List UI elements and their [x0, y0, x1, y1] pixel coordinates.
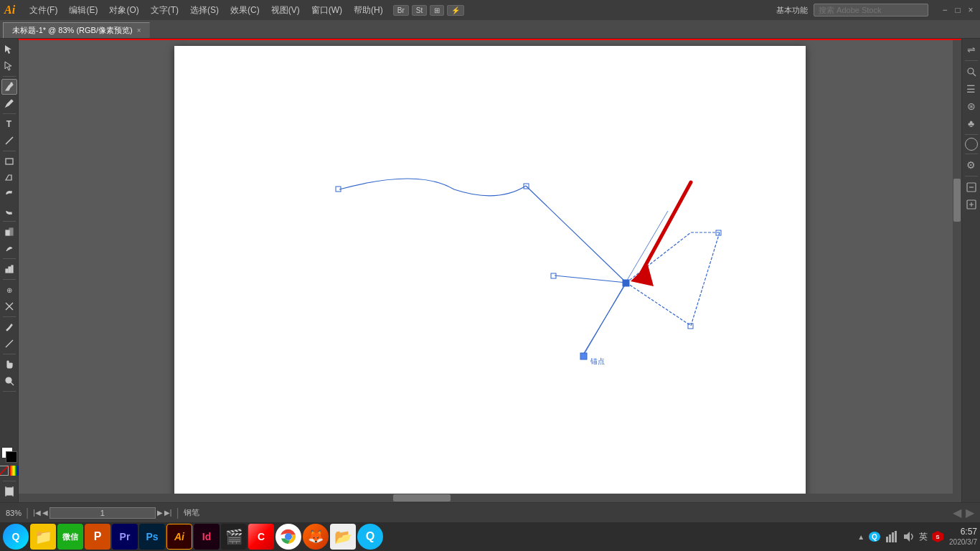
panel-btn-7[interactable]	[963, 179, 979, 195]
svg-marker-33	[904, 532, 910, 542]
bridge-button[interactable]: Br	[393, 5, 409, 16]
taskbar-icon-firefox[interactable]: 🦊	[303, 524, 329, 550]
taskbar-icon-files[interactable]: 📁	[30, 524, 56, 550]
svg-rect-31	[892, 532, 894, 542]
artboard[interactable]: 锚点	[174, 46, 806, 502]
workspace-button[interactable]: 基本功能	[776, 5, 808, 16]
taskbar-icon-chrome[interactable]	[275, 524, 301, 550]
taskbar-icon-illustrator[interactable]: Ai	[166, 524, 192, 550]
eyedropper-tool[interactable]	[1, 319, 17, 335]
direct-selection-tool[interactable]	[1, 58, 17, 74]
taskbar-icon-video[interactable]: 🎬	[221, 524, 247, 550]
pencil-tool[interactable]	[1, 95, 17, 111]
vertical-scrollbar-thumb[interactable]	[953, 179, 961, 222]
app-logo: Ai	[4, 4, 15, 17]
tray-icon-antivirus[interactable]: S	[930, 529, 945, 544]
horizontal-scrollbar[interactable]	[19, 494, 953, 502]
search-input[interactable]	[814, 4, 928, 17]
active-anchor-point[interactable]	[623, 280, 629, 286]
no-color-swatch[interactable]	[0, 466, 9, 476]
menu-select[interactable]: 选择(S)	[184, 1, 225, 19]
text-tool[interactable]: T	[1, 116, 17, 132]
tray-icon-qq[interactable]: Q	[867, 529, 882, 544]
svg-point-13	[6, 377, 11, 383]
svg-rect-16	[6, 488, 13, 495]
panel-btn-8[interactable]	[963, 197, 979, 212]
tab-close-button[interactable]: ×	[137, 27, 141, 34]
pen-tool[interactable]	[1, 79, 17, 95]
slice-tool[interactable]	[1, 298, 17, 314]
last-page-button[interactable]: ▶|	[164, 509, 172, 517]
mirror-tool[interactable]	[1, 203, 17, 219]
graph-tool[interactable]	[1, 261, 17, 277]
rotate-tool[interactable]	[1, 187, 17, 202]
taskbar-icon-qq[interactable]: Q	[357, 524, 383, 550]
fill-stroke-swatches[interactable]	[1, 447, 17, 463]
stroke-swatch[interactable]	[6, 451, 17, 463]
menu-text[interactable]: 文字(T)	[145, 1, 184, 19]
prev-page-button[interactable]: ◀	[42, 509, 48, 517]
symbol-tool[interactable]: ⊕	[1, 282, 17, 298]
horizontal-scrollbar-thumb[interactable]	[393, 494, 451, 501]
page-number-input[interactable]	[50, 507, 156, 519]
taskbar-icon-photoshop[interactable]: Ps	[139, 524, 165, 550]
taskbar-icon-corel[interactable]: C	[248, 524, 274, 550]
eraser-tool[interactable]	[1, 170, 17, 186]
anchor-label: 锚点	[590, 357, 605, 365]
selection-tool[interactable]	[1, 42, 17, 57]
menu-view[interactable]: 视图(V)	[265, 1, 306, 19]
path-curve-top	[339, 179, 526, 196]
system-clock[interactable]: 6:57 2020/3/7	[949, 527, 977, 547]
menu-window[interactable]: 窗口(W)	[306, 1, 348, 19]
first-page-button[interactable]: |◀	[33, 509, 41, 517]
document-tab[interactable]: 未标题-1* @ 83% (RGB/像素预览) ×	[3, 22, 150, 38]
next-page-button[interactable]: ▶	[157, 509, 163, 517]
drawing-canvas[interactable]: 锚点	[174, 46, 806, 502]
panel-circle[interactable]	[965, 138, 978, 151]
panel-btn-6[interactable]: ⚙	[963, 157, 979, 173]
maximize-button[interactable]: □	[953, 5, 963, 15]
minimize-button[interactable]: −	[940, 5, 950, 15]
menu-bar: Ai 文件(F) 编辑(E) 对象(O) 文字(T) 选择(S) 效果(C) 视…	[0, 0, 980, 20]
status-bar: 83% | |◀ ◀ ▶ ▶| | 钢笔 ◀ ▶	[0, 502, 980, 522]
menu-file[interactable]: 文件(F)	[24, 1, 63, 19]
zoom-tool[interactable]	[1, 373, 17, 389]
menu-object[interactable]: 对象(O)	[103, 1, 144, 19]
line-tool[interactable]	[1, 133, 17, 149]
taskbar-icon-wechat[interactable]: 微信	[57, 524, 83, 550]
taskbar-icon-powerpoint[interactable]: P	[85, 524, 110, 550]
taskbar-icon-store[interactable]: 📂	[330, 524, 356, 550]
tray-lang[interactable]: 英	[919, 531, 928, 543]
current-anchor[interactable]	[580, 353, 587, 359]
scale-tool[interactable]	[1, 224, 17, 240]
panel-btn-5[interactable]: ♣	[963, 116, 979, 131]
taskbar-icon-premiere[interactable]: Pr	[112, 524, 138, 550]
taskbar-icon-360[interactable]: Q	[3, 524, 29, 550]
canvas-area[interactable]: 锚点	[19, 39, 961, 502]
tray-icon-volume[interactable]	[902, 529, 916, 544]
panel-btn-4[interactable]: ⊛	[963, 98, 979, 114]
warp-tool[interactable]	[1, 240, 17, 256]
tool-separator-3	[3, 151, 16, 151]
layout-button[interactable]: ⊞	[430, 5, 444, 16]
vertical-scrollbar[interactable]	[953, 39, 961, 502]
taskbar-icon-indesign[interactable]: Id	[194, 524, 220, 550]
tray-show-hidden[interactable]: ▲	[857, 533, 864, 541]
menu-edit[interactable]: 编辑(E)	[63, 1, 103, 19]
close-button[interactable]: ×	[966, 5, 976, 15]
rect-tool[interactable]	[1, 154, 17, 169]
artboard-tool[interactable]	[1, 484, 17, 499]
panel-btn-zoom[interactable]	[963, 64, 979, 80]
panel-btn-1[interactable]: ⇌	[963, 42, 979, 57]
svg-line-12	[6, 340, 13, 347]
sync-button[interactable]: ⚡	[447, 5, 464, 16]
svg-line-19	[641, 182, 691, 274]
menu-effect[interactable]: 效果(C)	[225, 1, 265, 19]
measure-tool[interactable]	[1, 336, 17, 352]
hand-tool[interactable]	[1, 357, 17, 372]
menu-help[interactable]: 帮助(H)	[348, 1, 389, 19]
stock-button[interactable]: St	[412, 5, 427, 16]
panel-btn-3[interactable]: ☰	[963, 81, 979, 97]
tray-icon-network[interactable]	[885, 529, 899, 544]
bridge-icons: Br St ⊞ ⚡	[393, 5, 464, 16]
